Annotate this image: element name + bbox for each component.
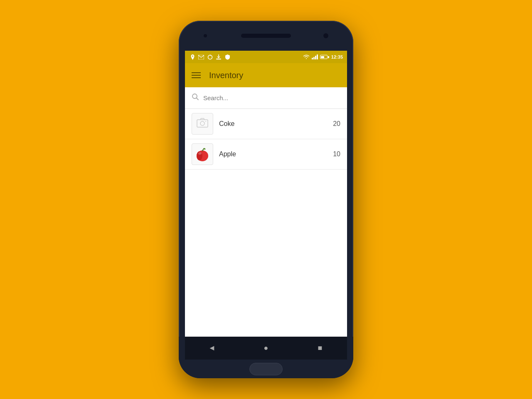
menu-button[interactable]: [192, 72, 201, 78]
svg-rect-2: [216, 59, 221, 59]
back-button[interactable]: ◄: [204, 340, 220, 357]
item-quantity: 20: [328, 120, 340, 128]
item-quantity: 10: [328, 150, 340, 158]
toolbar-title: Inventory: [209, 71, 243, 80]
camera-placeholder-icon: [197, 118, 208, 130]
item-image-apple: [192, 143, 213, 165]
status-icons-left: [189, 54, 231, 60]
app-content: Coke 20: [185, 87, 347, 337]
item-image-coke: [192, 113, 213, 135]
list-item[interactable]: Apple 10: [185, 139, 347, 170]
shield-icon: [224, 54, 231, 60]
front-camera: [323, 33, 328, 38]
phone-screen: 12:35 Inventory: [185, 51, 347, 337]
svg-rect-5: [197, 120, 208, 127]
status-icons-right: 12:35: [303, 54, 343, 60]
speaker-grille: [241, 34, 291, 38]
apple-image: [193, 145, 212, 163]
top-bezel: [179, 21, 353, 51]
sync-icon: [207, 54, 213, 60]
home-button[interactable]: ●: [258, 340, 274, 357]
physical-home-button[interactable]: [249, 363, 283, 375]
signal-icon: [312, 54, 318, 59]
status-bar: 12:35: [185, 51, 347, 63]
phone-device: 12:35 Inventory: [179, 21, 353, 378]
svg-point-6: [200, 121, 204, 126]
download-icon: [215, 54, 222, 60]
battery-icon: [320, 55, 329, 59]
recents-button[interactable]: ■: [312, 340, 328, 357]
nav-bar: ◄ ● ■: [185, 337, 347, 360]
front-sensor: [204, 34, 207, 37]
list-item[interactable]: Coke 20: [185, 109, 347, 139]
inventory-list: Coke 20: [185, 109, 347, 337]
svg-point-7: [205, 121, 206, 122]
search-bar[interactable]: [185, 87, 347, 109]
app-toolbar: Inventory: [185, 63, 347, 87]
maps-icon: [189, 54, 196, 60]
search-icon: [192, 93, 199, 103]
item-name: Apple: [219, 150, 328, 158]
search-input[interactable]: [203, 94, 340, 101]
email-icon: [198, 54, 204, 60]
bottom-bezel: ◄ ● ■: [179, 337, 353, 378]
svg-line-4: [197, 98, 199, 100]
item-name: Coke: [219, 120, 328, 128]
status-time: 12:35: [331, 54, 343, 59]
wifi-icon: [303, 54, 310, 60]
